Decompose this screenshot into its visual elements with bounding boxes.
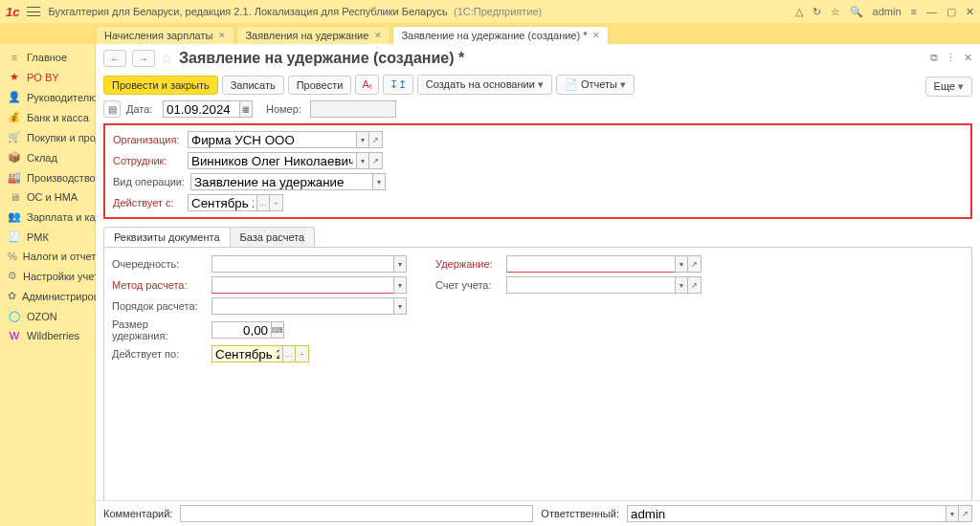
number-field[interactable] — [310, 100, 396, 118]
sidebar-item[interactable]: %Налоги и отчетность — [0, 247, 95, 266]
sidebar-item[interactable]: 🏭Производство — [0, 167, 95, 187]
reports-button[interactable]: 📄 Отчеты — [556, 75, 635, 95]
doc-tab[interactable]: Заявление на удержание (создание) *✕ — [392, 26, 609, 44]
title-bar: 1c Бухгалтерия для Беларуси, редакция 2.… — [0, 0, 980, 23]
sidebar-item[interactable]: 👤Руководителю — [0, 87, 95, 107]
sidebar-item[interactable]: 💰Банк и касса — [0, 107, 95, 127]
account-label: Счет учета: — [432, 279, 499, 291]
org-label: Организация: — [113, 134, 182, 145]
tab-calc-base[interactable]: База расчета — [230, 227, 316, 247]
restore-icon[interactable]: ▢ — [947, 6, 956, 18]
size-field[interactable]: ⌨ — [212, 321, 284, 339]
save-button[interactable]: Записать — [222, 76, 284, 95]
back-button[interactable]: ← — [103, 50, 126, 67]
order-button[interactable]: ↧↥ — [383, 75, 413, 95]
order-field[interactable]: ▾ — [212, 255, 407, 273]
comment-field[interactable] — [180, 505, 533, 522]
search-icon[interactable]: 🔍 — [850, 6, 863, 18]
forward-button[interactable]: → — [132, 50, 155, 67]
page-title: Заявление на удержание (создание) * — [179, 50, 464, 67]
footer: Комментарий: Ответственный: ▾↗ — [96, 500, 980, 526]
sidebar-item[interactable]: ⚙Настройки учета — [0, 266, 95, 286]
holding-field[interactable]: ▾↗ — [506, 255, 702, 273]
sidebar-item[interactable]: WWildberries — [0, 326, 95, 345]
order-label: Очередность: — [108, 258, 204, 270]
calc-order-field[interactable]: ▾ — [212, 297, 407, 315]
date-label: Дата: — [126, 103, 157, 115]
mark-icon[interactable]: ▤ — [103, 100, 121, 118]
responsible-label: Ответственный: — [541, 508, 619, 519]
valid-until-label: Действует по: — [108, 348, 204, 360]
minimize-icon[interactable]: — — [926, 6, 937, 17]
comment-label: Комментарий: — [103, 508, 172, 519]
favorite-icon[interactable]: ☆ — [161, 51, 173, 66]
org-field[interactable]: ▾↗ — [188, 131, 383, 148]
sidebar-item[interactable]: 👥Зарплата и кадры — [0, 207, 95, 227]
close-panel-icon[interactable]: ✕ — [964, 52, 972, 64]
sidebar-item[interactable]: 🧾РМК — [0, 227, 95, 247]
valid-from-label: Действует с: — [113, 197, 182, 208]
menu-icon[interactable] — [27, 7, 40, 16]
valid-until-field[interactable]: …÷ — [212, 345, 309, 362]
attach-button[interactable]: Aₜ — [355, 75, 378, 95]
employee-label: Сотрудник: — [113, 155, 182, 166]
date-field[interactable]: ▦ — [163, 100, 253, 118]
tab-requisites[interactable]: Реквизиты документа — [103, 227, 231, 247]
header-group: Организация: ▾↗ Сотрудник: ▾↗ Вид операц… — [103, 123, 972, 219]
close-tab-icon[interactable]: ✕ — [592, 31, 600, 40]
sidebar-item[interactable]: ◯OZON — [0, 306, 95, 326]
calendar-icon[interactable]: ▦ — [239, 100, 253, 118]
titlebar-controls: △ ↻ ☆ 🔍 admin ≡ — ▢ ✕ — [795, 6, 974, 18]
sidebar-item[interactable]: 🛒Покупки и продажи — [0, 127, 95, 147]
account-field[interactable]: ▾↗ — [506, 276, 702, 294]
document-tabs: Начисления зарплаты✕Заявления на удержан… — [0, 23, 980, 44]
responsible-field[interactable]: ▾↗ — [627, 505, 972, 522]
sidebar-item[interactable]: ≡Главное — [0, 48, 95, 67]
holding-label: Удержание: — [432, 258, 499, 270]
create-based-button[interactable]: Создать на основании — [417, 75, 552, 95]
sidebar-item[interactable]: 🖥ОС и НМА — [0, 187, 95, 207]
detach-icon[interactable]: ⧉ — [930, 52, 938, 64]
size-label: Размер удержания: — [108, 318, 204, 341]
app-title: Бухгалтерия для Беларуси, редакция 2.1. … — [48, 6, 787, 17]
sidebar-item[interactable]: ✿Администрирование — [0, 286, 95, 306]
valid-from-field[interactable]: …÷ — [188, 194, 283, 211]
close-window-icon[interactable]: ✕ — [966, 6, 974, 18]
post-button[interactable]: Провести — [288, 76, 352, 95]
method-field[interactable]: ▾ — [212, 276, 407, 294]
operation-label: Вид операции: — [113, 176, 185, 187]
sidebar-item[interactable]: ★PO BY — [0, 67, 95, 87]
options-icon[interactable]: ≡ — [911, 6, 917, 17]
app-logo: 1c — [6, 5, 19, 19]
close-tab-icon[interactable]: ✕ — [218, 31, 226, 40]
employee-field[interactable]: ▾↗ — [188, 152, 383, 169]
more-button[interactable]: Еще — [925, 77, 972, 97]
history-icon[interactable]: ↻ — [813, 6, 821, 18]
sidebar-item[interactable]: 📦Склад — [0, 147, 95, 167]
doc-tab[interactable]: Начисления зарплаты✕ — [96, 26, 234, 44]
sidebar: ≡Главное★PO BY👤Руководителю💰Банк и касса… — [0, 44, 96, 526]
main-area: ⧉ ⋮ ✕ ← → ☆ Заявление на удержание (созд… — [96, 44, 980, 526]
post-and-close-button[interactable]: Провести и закрыть — [103, 76, 218, 95]
user-label[interactable]: admin — [873, 6, 902, 17]
requisites-form: Очередность: ▾ Удержание: ▾↗ Метод расче… — [103, 248, 972, 526]
star-icon[interactable]: ☆ — [831, 6, 840, 18]
method-label: Метод расчета: — [108, 279, 204, 291]
close-tab-icon[interactable]: ✕ — [374, 31, 382, 40]
operation-field[interactable]: ▾ — [190, 173, 386, 190]
menu-dots-icon[interactable]: ⋮ — [946, 52, 956, 64]
bell-icon[interactable]: △ — [795, 6, 803, 18]
number-label: Номер: — [266, 103, 304, 115]
calc-order-label: Порядок расчета: — [108, 300, 204, 312]
doc-tab[interactable]: Заявления на удержание✕ — [236, 26, 390, 44]
